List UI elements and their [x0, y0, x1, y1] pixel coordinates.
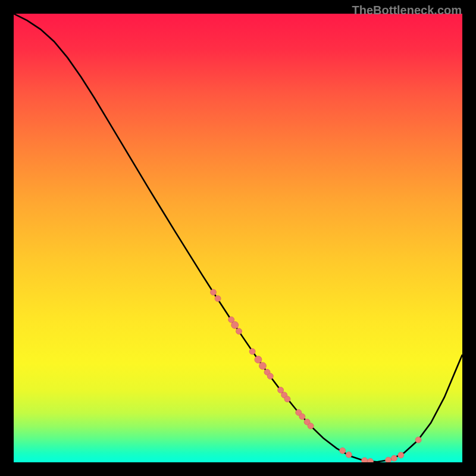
data-marker: [284, 396, 290, 402]
data-marker: [362, 458, 368, 462]
data-marker: [299, 414, 305, 419]
chart-svg: [14, 14, 462, 462]
data-marker: [249, 349, 255, 355]
data-marker: [367, 458, 373, 462]
data-marker: [236, 328, 242, 334]
data-marker: [398, 452, 404, 458]
data-marker: [308, 423, 314, 429]
data-markers-group: [211, 289, 422, 462]
watermark-text: TheBottleneck.com: [352, 4, 462, 17]
data-marker: [259, 362, 266, 369]
data-marker: [346, 452, 352, 458]
chart-container: [14, 14, 462, 462]
data-marker: [215, 296, 221, 302]
data-marker: [255, 356, 262, 363]
data-marker: [386, 457, 392, 462]
data-marker: [278, 387, 284, 393]
data-marker: [340, 447, 346, 453]
data-marker: [391, 455, 397, 461]
data-marker: [211, 289, 217, 295]
data-marker: [231, 321, 239, 328]
data-marker: [267, 373, 273, 379]
data-marker: [415, 437, 421, 443]
bottleneck-curve: [14, 14, 462, 462]
